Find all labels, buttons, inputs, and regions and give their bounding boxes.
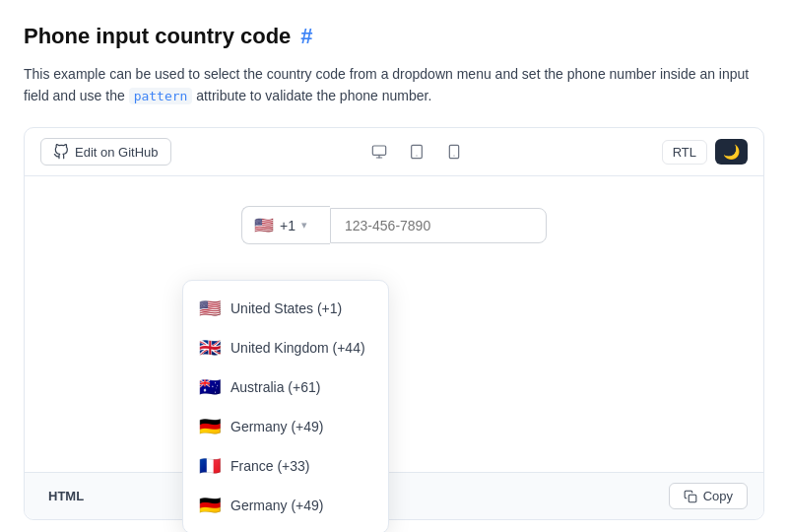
list-item[interactable]: 🇩🇪 Germany (+49) [183, 407, 388, 446]
dark-mode-button[interactable]: 🌙 [715, 139, 748, 165]
moon-icon: 🌙 [723, 144, 740, 160]
hash-icon[interactable]: # [300, 24, 312, 49]
edit-on-github-button[interactable]: Edit on GitHub [40, 138, 171, 166]
demo-card: Edit on GitHub [24, 127, 764, 520]
description: This example can be used to select the c… [24, 63, 764, 107]
page-title-container: Phone input country code # [24, 24, 764, 49]
chevron-down-icon: ▾ [301, 219, 307, 232]
demo-footer: HTML Copy [25, 472, 763, 519]
copy-icon [684, 490, 697, 503]
list-item[interactable]: 🇺🇸 United States (+1) [183, 289, 388, 328]
mobile-icon [446, 144, 462, 160]
desktop-icon [371, 144, 387, 160]
flag-fr: 🇫🇷 [199, 455, 221, 477]
tablet-icon [409, 144, 425, 160]
desktop-view-button[interactable] [363, 139, 395, 165]
country-dropdown: 🇺🇸 United States (+1) 🇬🇧 United Kingdom … [182, 280, 389, 532]
country-name: France (+33) [230, 458, 310, 474]
svg-rect-3 [411, 146, 422, 159]
svg-rect-5 [449, 146, 458, 159]
view-icons-group [363, 139, 470, 165]
flag-us: 🇺🇸 [199, 298, 221, 319]
flag-au: 🇦🇺 [199, 376, 221, 398]
rtl-button[interactable]: RTL [662, 140, 707, 165]
demo-toolbar: Edit on GitHub [25, 128, 763, 176]
country-name: Germany (+49) [230, 419, 324, 434]
github-icon [53, 144, 69, 160]
flag-de: 🇩🇪 [199, 416, 221, 437]
copy-button-label: Copy [703, 489, 733, 503]
tablet-view-button[interactable] [401, 139, 432, 165]
phone-input-row: 🇺🇸 +1 ▾ [241, 206, 547, 244]
selected-flag: 🇺🇸 [254, 216, 274, 234]
country-name: Australia (+61) [230, 379, 320, 395]
country-name: United States (+1) [230, 300, 342, 316]
copy-button[interactable]: Copy [669, 483, 748, 509]
page-title: Phone input country code [24, 24, 291, 49]
toolbar-right: RTL 🌙 [662, 139, 748, 165]
demo-area: 🇺🇸 +1 ▾ 🇺🇸 United States (+1) 🇬🇧 United … [25, 176, 763, 472]
flag-gb: 🇬🇧 [199, 337, 221, 359]
list-item[interactable]: 🇦🇺 Australia (+61) [183, 367, 388, 407]
flag-de2: 🇩🇪 [199, 495, 221, 516]
svg-rect-7 [689, 495, 696, 502]
pattern-badge: pattern [129, 88, 193, 104]
country-name: Germany (+49) [230, 498, 324, 513]
github-button-label: Edit on GitHub [75, 145, 159, 160]
list-item[interactable]: 🇩🇪 Germany (+49) [183, 486, 388, 525]
country-selector[interactable]: 🇺🇸 +1 ▾ [241, 206, 330, 244]
svg-rect-0 [372, 146, 385, 155]
mobile-view-button[interactable] [438, 139, 470, 165]
selected-code: +1 [280, 218, 296, 233]
phone-number-input[interactable] [330, 208, 547, 243]
html-tab-button[interactable]: HTML [40, 485, 92, 507]
list-item[interactable]: 🇬🇧 United Kingdom (+44) [183, 328, 388, 367]
country-name: United Kingdom (+44) [230, 340, 365, 356]
description-text-2: attribute to validate the phone number. [192, 88, 431, 103]
list-item[interactable]: 🇫🇷 France (+33) [183, 446, 388, 486]
